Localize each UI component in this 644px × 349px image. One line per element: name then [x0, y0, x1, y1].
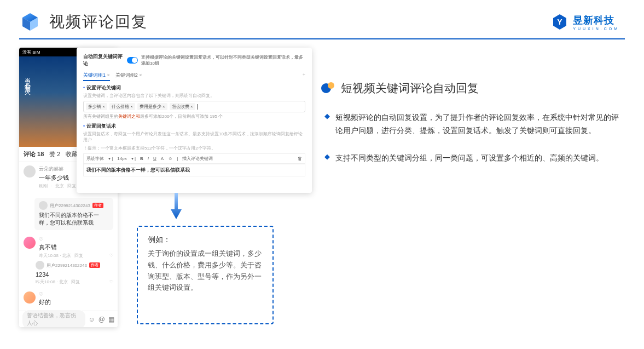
- comment-text: 好的: [39, 298, 113, 306]
- reply-user: 用户2299214302243: [47, 262, 87, 268]
- keyword-input[interactable]: 多少钱 × 什么价格 × 费用是多少 × 怎么收费 ×: [83, 101, 305, 112]
- cube-icon: [19, 11, 41, 33]
- comment-reply-link[interactable]: 回复: [67, 183, 76, 189]
- insert-keyword-button[interactable]: 插入评论关键词: [182, 156, 213, 162]
- add-group-button[interactable]: +: [303, 72, 305, 81]
- svg-point-2: [328, 82, 334, 89]
- author-badge: 作者: [92, 203, 103, 208]
- author-reply: 用户2299214302243 作者 我们不同的版本价格不一样，您可以私信联系我: [34, 198, 113, 230]
- close-icon[interactable]: ×: [107, 72, 110, 78]
- reply-text: 我们不同的版本价格不一样，您可以私信联系我: [39, 211, 109, 227]
- keyword-tag[interactable]: 费用是多少 ×: [137, 103, 167, 110]
- close-icon[interactable]: ×: [139, 72, 142, 78]
- comment-time: 刚刚: [39, 183, 48, 189]
- arrow-down-icon: [170, 193, 183, 220]
- color-button[interactable]: A: [161, 156, 164, 161]
- comment-text: 真不错: [39, 243, 113, 251]
- comment-meta: 昨天10:08 · 北京: [36, 279, 68, 285]
- comment-meta: 昨天10:08 · 北京: [39, 253, 71, 259]
- delete-icon[interactable]: 🗑: [298, 156, 302, 161]
- page-title: 视频评论回复: [49, 12, 148, 32]
- avatar: [39, 201, 48, 210]
- underline-button[interactable]: U: [153, 156, 156, 161]
- reply-user: 用户2299214302243: [50, 203, 90, 209]
- avatar: [24, 165, 36, 178]
- panel-desc: 支持根据评论的关键词设置回复话术，可以针对不同类型关键词设置回复话术，最多添加1…: [141, 54, 305, 66]
- commenter-name: ♡: [39, 291, 113, 297]
- bold-button[interactable]: B: [140, 156, 143, 161]
- reply-content-editor[interactable]: 我们不同的版本价格不一样，您可以私信联系我: [83, 164, 305, 176]
- panel-title: 自动回复关键词评论: [83, 53, 124, 67]
- comment-item: ♡ 好的: [19, 288, 118, 313]
- example-body: 关于询价的设置成一组关键词，多少钱、什么价格，费用多少等。关于咨询班型、版本、型…: [148, 248, 263, 294]
- font-select[interactable]: 系统字体: [86, 156, 104, 162]
- keyword-group-tabs: 关键词组1 × 关键词组2 × +: [83, 72, 305, 81]
- comment-input[interactable]: 善语结善缘，恶言伤人心: [22, 310, 85, 328]
- page-header: 视频评论回复 Y 昱新科技 YUUXIN.COM: [0, 0, 644, 38]
- svg-text:Y: Y: [558, 18, 563, 26]
- reply-text: 1234: [36, 271, 113, 278]
- description-area: 短视频关键词评论自动回复 ◆ 短视频评论的自动回复设置，为了提升作者的评论回复效…: [320, 48, 625, 179]
- bullet-text: 支持不同类型的关键词分组，同一类问题，可设置多个相近的、高频的关键词。: [335, 152, 604, 165]
- section-header: 短视频关键词评论自动回复: [320, 81, 625, 96]
- avatar: [24, 291, 36, 304]
- comment-input-bar: 善语结善缘，恶言伤人心 ☺ @ ▦: [19, 311, 118, 327]
- author-badge: 作者: [89, 262, 100, 268]
- reply-sub: 设置回复话术，每回复一个用户评论只发送这一条话术。最多支持设置10条不同话术，按…: [83, 131, 305, 143]
- bullet-item: ◆ 支持不同类型的关键词分组，同一类问题，可设置多个相近的、高频的关键词。: [324, 152, 625, 165]
- heart-icon[interactable]: ♡: [109, 279, 113, 284]
- emoji-icon[interactable]: ☺: [89, 316, 95, 323]
- at-icon[interactable]: @: [98, 316, 105, 323]
- avatar: [24, 237, 36, 249]
- status-sim: 没有 SIM: [22, 49, 40, 55]
- keyword-tag[interactable]: 什么价格 ×: [109, 103, 135, 110]
- italic-button[interactable]: I: [148, 156, 149, 161]
- tab-likes[interactable]: 赞 2: [49, 150, 60, 158]
- heart-icon[interactable]: ♡: [109, 253, 113, 258]
- divider: [19, 38, 625, 39]
- avatar: [36, 261, 44, 270]
- commenter-name: ♡: [39, 237, 113, 242]
- tab-comments[interactable]: 评论 18: [24, 150, 44, 158]
- chat-bubble-icon: [320, 81, 335, 96]
- video-caption: 当安心有烟火: [24, 73, 32, 86]
- keywords-label: 设置评论关键词: [83, 84, 305, 91]
- emoji-button[interactable]: ☺: [168, 156, 172, 161]
- left-demo-area: 没有 SIM 5:11 当安心有烟火 评论 18 赞 2 收藏 云朵的赫赫 一年…: [19, 48, 304, 179]
- editor-toolbar: 系统字体 ▾ | 14px ▾ | B I U A ☺ | 插入评论关键词 🗑: [83, 153, 305, 164]
- comment-item: ♡ 真不错 昨天10:08 · 北京 回复 ♡ 用户2299214302243 …: [19, 233, 118, 288]
- keywords-sub: 设置关键词，当评论区内容包含了以下关键词，则系统可自动回复。: [83, 93, 305, 99]
- yuuxin-logo-icon: Y: [551, 13, 568, 31]
- bullet-list: ◆ 短视频评论的自动回复设置，为了提升作者的评论回复效率，在系统中针对常见的评论…: [320, 111, 625, 164]
- reply-tip: ！提示：一个富文本框最多支持512个字符，一个汉字占用2个字符。: [83, 145, 305, 151]
- size-select[interactable]: 14px: [117, 156, 126, 161]
- keyword-settings-panel: 自动回复关键词评论 支持根据评论的关键词设置回复话术，可以针对不同类型关键词设置…: [77, 48, 312, 193]
- section-title: 短视频关键词评论自动回复: [341, 81, 479, 96]
- reply-label: 设置回复话术: [83, 123, 305, 130]
- diamond-icon: ◆: [324, 111, 330, 138]
- keyword-hint: 所有关键词组里的关键词之和最多可添加200个，目前剩余可添加 195 个: [83, 113, 305, 119]
- comment-reply-link[interactable]: 回复: [71, 279, 80, 285]
- keyword-tag[interactable]: 多少钱 ×: [86, 103, 107, 110]
- diamond-icon: ◆: [324, 152, 330, 165]
- example-title: 例如：: [148, 235, 263, 245]
- bullet-item: ◆ 短视频评论的自动回复设置，为了提升作者的评论回复效率，在系统中针对常见的评论…: [324, 111, 625, 138]
- keyword-group-tab[interactable]: 关键词组2 ×: [115, 72, 142, 81]
- comment-loc: 北京: [55, 183, 64, 189]
- bullet-text: 短视频评论的自动回复设置，为了提升作者的评论回复效率，在系统中针对常见的评论用户…: [335, 111, 625, 138]
- brand-logo: Y 昱新科技 YUUXIN.COM: [551, 13, 619, 31]
- logo-text: 昱新科技: [573, 14, 619, 27]
- keyword-group-tab[interactable]: 关键词组1 ×: [83, 72, 110, 81]
- keyword-tag[interactable]: 怎么收费 ×: [170, 103, 195, 110]
- title-wrap: 视频评论回复: [19, 11, 148, 33]
- auto-reply-toggle[interactable]: [127, 57, 138, 64]
- logo-sub: YUUXIN.COM: [573, 27, 619, 31]
- example-callout: 例如： 关于询价的设置成一组关键词，多少钱、什么价格，费用多少等。关于咨询班型、…: [137, 226, 274, 324]
- comment-reply-link[interactable]: 回复: [74, 253, 83, 259]
- image-icon[interactable]: ▦: [108, 316, 114, 323]
